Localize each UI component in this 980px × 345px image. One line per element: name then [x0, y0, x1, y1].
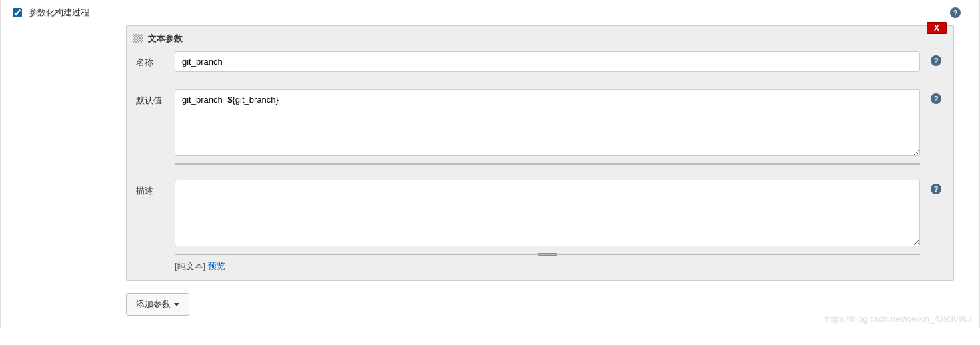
- parameterized-build-checkbox[interactable]: [13, 8, 22, 17]
- resize-grip-icon[interactable]: [538, 163, 557, 165]
- default-value-textarea[interactable]: git_branch=${git_branch}: [175, 89, 920, 156]
- add-param-row: 添加参数: [126, 293, 979, 316]
- help-icon[interactable]: ?: [931, 55, 941, 66]
- add-parameter-button[interactable]: 添加参数: [126, 293, 189, 316]
- resize-grip-icon[interactable]: [538, 253, 557, 256]
- config-section: 参数化构建过程 ? X 文本参数 名称 ? 默认值 git_branch=${g…: [0, 0, 980, 328]
- add-parameter-label: 添加参数: [136, 298, 171, 310]
- desc-input-wrap: [175, 180, 920, 248]
- default-label: 默认值: [136, 89, 175, 107]
- resize-bar[interactable]: [175, 163, 920, 165]
- parameter-block: X 文本参数 名称 ? 默认值 git_branch=${git_branch}…: [126, 25, 954, 281]
- format-plain-text: [纯文本]: [175, 261, 205, 271]
- name-input[interactable]: [175, 51, 920, 72]
- parameterized-build-label: 参数化构建过程: [29, 7, 89, 19]
- name-input-wrap: [175, 51, 920, 72]
- parameterized-build-row: 参数化构建过程 ?: [1, 0, 979, 25]
- parameter-header: 文本参数: [127, 26, 953, 49]
- desc-label: 描述: [136, 180, 175, 197]
- drag-handle-icon[interactable]: [133, 34, 143, 43]
- parameter-title: 文本参数: [148, 33, 183, 45]
- divider: [125, 27, 125, 328]
- default-field-row: 默认值 git_branch=${git_branch} ?: [127, 87, 953, 161]
- desc-field-row: 描述 ?: [127, 177, 953, 251]
- name-field-row: 名称 ?: [127, 49, 953, 75]
- description-textarea[interactable]: [175, 180, 920, 246]
- help-icon[interactable]: ?: [931, 93, 941, 104]
- chevron-down-icon: [174, 303, 179, 306]
- format-hint: [纯文本] 预览: [127, 255, 953, 272]
- name-label: 名称: [136, 51, 175, 69]
- resize-bar[interactable]: [175, 254, 920, 255]
- help-icon[interactable]: ?: [931, 184, 941, 194]
- preview-link[interactable]: 预览: [208, 261, 225, 271]
- help-icon[interactable]: ?: [950, 7, 961, 18]
- default-input-wrap: git_branch=${git_branch}: [175, 89, 920, 158]
